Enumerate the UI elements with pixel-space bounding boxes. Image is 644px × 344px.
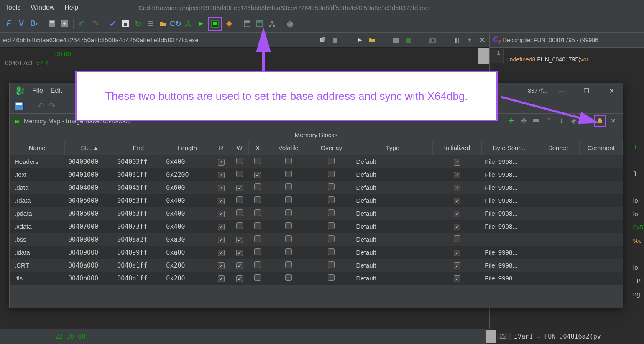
close-button[interactable]: ✕ [605, 84, 618, 97]
graph-icon[interactable] [267, 18, 278, 29]
column-header[interactable]: End [114, 141, 163, 155]
window2-button[interactable] [254, 18, 265, 29]
column-header[interactable]: St... [65, 141, 114, 155]
checkbox[interactable] [454, 172, 460, 178]
checkbox[interactable] [454, 198, 460, 204]
view-v-button[interactable]: V [16, 18, 27, 29]
checkbox[interactable] [454, 275, 460, 282]
checkbox[interactable] [218, 224, 225, 230]
column-header[interactable]: W [230, 141, 249, 155]
memwin-save-button[interactable] [15, 101, 24, 110]
checkbox[interactable] [218, 250, 225, 256]
column-header[interactable]: R [212, 141, 230, 155]
column-header[interactable]: Type [353, 141, 433, 155]
checkbox[interactable] [254, 158, 261, 164]
checkbox[interactable] [328, 183, 335, 190]
checkbox[interactable] [254, 235, 261, 242]
menu-tools[interactable]: Tools [5, 4, 20, 11]
copy-icon[interactable] [318, 36, 327, 45]
tree-button[interactable] [183, 18, 194, 29]
table-row[interactable]: .idata00409000004099ff0xa00DefaultFile: … [10, 246, 623, 259]
checkbox[interactable] [236, 222, 243, 229]
checkbox[interactable] [454, 250, 460, 256]
format-f-button[interactable]: F [3, 18, 14, 29]
checkbox[interactable] [285, 261, 292, 268]
checkbox[interactable] [236, 250, 243, 256]
memwin-redo-button[interactable]: ↷ [49, 101, 56, 111]
cursor-icon[interactable]: ➤ [355, 36, 364, 45]
checkbox[interactable] [285, 248, 292, 255]
checkmark-button[interactable]: ✓ [107, 18, 118, 29]
redo-button[interactable] [89, 18, 100, 29]
checkbox[interactable] [328, 248, 335, 255]
checkbox[interactable] [236, 237, 243, 243]
checkbox[interactable] [218, 275, 225, 282]
checkbox[interactable] [454, 224, 460, 230]
table-row[interactable]: .CRT0040a0000040a1ff0x200DefaultFile: 99… [10, 259, 623, 272]
checkbox[interactable] [285, 209, 292, 216]
cycle-button[interactable]: C↻ [170, 18, 181, 29]
checkbox[interactable] [236, 262, 243, 269]
checkbox[interactable] [328, 274, 335, 281]
column-header[interactable]: Byte Sour... [481, 141, 537, 155]
checkbox[interactable] [236, 209, 243, 216]
table-row[interactable]: .xdata00407000004073ff0x400DefaultFile: … [10, 220, 623, 233]
table-row[interactable]: .tls0040b0000040b1ff0x200DefaultFile: 99… [10, 272, 623, 285]
checkbox[interactable] [254, 261, 261, 268]
dropdown-icon[interactable]: ▾ [465, 36, 474, 45]
table-row[interactable]: .data00404000004045ff0x600DefaultFile: 9… [10, 181, 623, 194]
checkbox[interactable] [328, 209, 335, 216]
checkbox[interactable] [454, 262, 460, 269]
checkbox[interactable] [328, 235, 335, 242]
checkbox[interactable] [218, 159, 225, 166]
table-row[interactable]: .pdata00406000004063ff0x400DefaultFile: … [10, 207, 623, 220]
decompile-scrollbar-thumb[interactable] [486, 330, 496, 343]
checkbox[interactable] [454, 185, 460, 191]
checkbox[interactable] [218, 185, 225, 191]
memwin-undo-button[interactable]: ↶ [37, 101, 44, 111]
split-icon[interactable] [391, 36, 401, 45]
checkbox[interactable] [454, 235, 460, 242]
window1-button[interactable] [242, 18, 253, 29]
checkbox[interactable] [254, 183, 261, 190]
table-row[interactable]: .rdata00405000004053ff0x400DefaultFile: … [10, 194, 623, 207]
checkbox[interactable] [254, 274, 261, 281]
memwin-menu-edit[interactable]: Edit [51, 87, 62, 94]
table-row[interactable]: .text00401000004031ff0x2200DefaultFile: … [10, 168, 623, 181]
paste-icon[interactable] [330, 36, 340, 45]
checkbox[interactable] [254, 196, 261, 203]
folder-button[interactable] [158, 18, 169, 29]
memwin-menu-file[interactable]: File [32, 87, 43, 94]
checkbox[interactable] [285, 274, 292, 281]
checkbox[interactable] [285, 183, 292, 190]
import-button[interactable] [59, 18, 70, 29]
checkbox[interactable] [285, 171, 292, 177]
checkbox[interactable] [328, 222, 335, 229]
checkbox[interactable] [236, 196, 243, 203]
b-button[interactable]: B▾ [28, 18, 39, 29]
diff-icon[interactable] [404, 36, 413, 45]
column-header[interactable]: Source [537, 141, 580, 155]
scrollbar-thumb[interactable] [478, 48, 489, 64]
save-button[interactable] [46, 18, 57, 29]
checkbox[interactable] [236, 275, 243, 282]
column-header[interactable]: Overlay [310, 141, 353, 155]
column-header[interactable]: Comment [580, 141, 623, 155]
checkbox[interactable] [328, 261, 335, 268]
checkbox[interactable] [218, 198, 225, 204]
checkbox[interactable] [236, 171, 243, 177]
column-header[interactable]: Initialized [432, 141, 481, 155]
diamond-button[interactable] [224, 18, 235, 29]
checkbox[interactable] [285, 196, 292, 203]
checkbox[interactable] [285, 158, 292, 164]
column-header[interactable]: Length [163, 141, 212, 155]
checkbox[interactable] [218, 172, 225, 178]
fields-icon[interactable] [452, 36, 462, 45]
menu-help[interactable]: Help [64, 4, 78, 11]
camera-icon[interactable] [428, 36, 437, 45]
play-button[interactable] [195, 18, 206, 29]
undo-button[interactable] [77, 18, 88, 29]
checkbox[interactable] [236, 158, 243, 164]
checkbox[interactable] [454, 159, 460, 166]
checkbox[interactable] [218, 237, 225, 243]
